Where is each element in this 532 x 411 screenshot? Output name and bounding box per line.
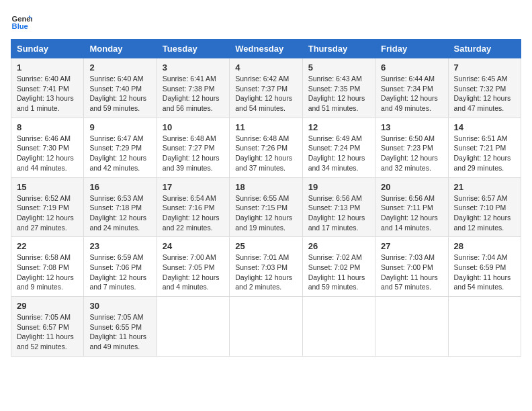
calendar-cell: 7Sunrise: 6:45 AMSunset: 7:32 PMDaylight…: [448, 58, 521, 118]
day-info: Sunrise: 6:40 AMSunset: 7:40 PMDaylight:…: [89, 74, 150, 113]
day-number: 4: [235, 62, 296, 73]
calendar-cell: 11Sunrise: 6:48 AMSunset: 7:26 PMDayligh…: [230, 118, 302, 177]
day-number: 5: [308, 62, 369, 73]
day-number: 27: [381, 241, 442, 251]
day-info: Sunrise: 7:03 AMSunset: 7:00 PMDaylight:…: [381, 253, 442, 292]
calendar-cell: 21Sunrise: 6:57 AMSunset: 7:10 PMDayligh…: [448, 177, 521, 237]
weekday-header-row: SundayMondayTuesdayWednesdayThursdayFrid…: [11, 40, 521, 58]
day-info: Sunrise: 6:50 AMSunset: 7:23 PMDaylight:…: [381, 134, 442, 173]
calendar-cell: 26Sunrise: 7:02 AMSunset: 7:02 PMDayligh…: [302, 237, 375, 297]
day-number: 8: [17, 122, 78, 132]
day-info: Sunrise: 6:48 AMSunset: 7:26 PMDaylight:…: [235, 134, 296, 173]
calendar-cell: 1Sunrise: 6:40 AMSunset: 7:41 PMDaylight…: [11, 58, 84, 118]
day-number: 24: [163, 241, 224, 251]
calendar-week-row: 29Sunrise: 7:05 AMSunset: 6:57 PMDayligh…: [11, 297, 521, 357]
weekday-header-friday: Friday: [375, 40, 448, 58]
logo-icon: General Blue: [11, 11, 32, 32]
day-info: Sunrise: 6:44 AMSunset: 7:34 PMDaylight:…: [381, 74, 442, 113]
day-info: Sunrise: 6:41 AMSunset: 7:38 PMDaylight:…: [163, 74, 224, 113]
calendar-cell: 16Sunrise: 6:53 AMSunset: 7:18 PMDayligh…: [84, 177, 157, 237]
day-info: Sunrise: 6:51 AMSunset: 7:21 PMDaylight:…: [454, 134, 515, 173]
day-number: 2: [89, 62, 150, 73]
calendar-cell: 23Sunrise: 6:59 AMSunset: 7:06 PMDayligh…: [84, 237, 157, 297]
day-number: 12: [308, 122, 369, 132]
day-number: 7: [454, 62, 515, 73]
calendar-cell: 27Sunrise: 7:03 AMSunset: 7:00 PMDayligh…: [375, 237, 448, 297]
day-number: 18: [235, 182, 296, 192]
calendar-cell: [448, 297, 521, 357]
day-number: 25: [235, 241, 296, 251]
calendar-header: SundayMondayTuesdayWednesdayThursdayFrid…: [11, 40, 521, 58]
calendar-cell: 5Sunrise: 6:43 AMSunset: 7:35 PMDaylight…: [302, 58, 375, 118]
calendar-cell: 14Sunrise: 6:51 AMSunset: 7:21 PMDayligh…: [448, 118, 521, 177]
day-number: 19: [308, 182, 369, 192]
calendar-cell: [230, 297, 302, 357]
calendar-cell: 17Sunrise: 6:54 AMSunset: 7:16 PMDayligh…: [157, 177, 229, 237]
calendar-week-row: 1Sunrise: 6:40 AMSunset: 7:41 PMDaylight…: [11, 58, 521, 118]
calendar-cell: 10Sunrise: 6:48 AMSunset: 7:27 PMDayligh…: [157, 118, 229, 177]
day-info: Sunrise: 6:43 AMSunset: 7:35 PMDaylight:…: [308, 74, 369, 113]
calendar-cell: 29Sunrise: 7:05 AMSunset: 6:57 PMDayligh…: [11, 297, 84, 357]
day-info: Sunrise: 6:52 AMSunset: 7:19 PMDaylight:…: [17, 193, 78, 233]
calendar-week-row: 22Sunrise: 6:58 AMSunset: 7:08 PMDayligh…: [11, 237, 521, 297]
day-number: 29: [17, 301, 78, 311]
day-info: Sunrise: 7:01 AMSunset: 7:03 PMDaylight:…: [235, 253, 296, 292]
calendar-cell: 8Sunrise: 6:46 AMSunset: 7:30 PMDaylight…: [11, 118, 84, 177]
day-number: 9: [89, 122, 150, 132]
weekday-header-monday: Monday: [84, 40, 157, 58]
day-number: 10: [163, 122, 224, 132]
weekday-header-tuesday: Tuesday: [157, 40, 229, 58]
calendar-cell: [375, 297, 448, 357]
day-info: Sunrise: 7:04 AMSunset: 6:59 PMDaylight:…: [454, 253, 515, 292]
day-info: Sunrise: 7:00 AMSunset: 7:05 PMDaylight:…: [163, 253, 224, 292]
weekday-header-saturday: Saturday: [448, 40, 521, 58]
weekday-header-wednesday: Wednesday: [230, 40, 302, 58]
weekday-header-thursday: Thursday: [302, 40, 375, 58]
day-info: Sunrise: 6:40 AMSunset: 7:41 PMDaylight:…: [17, 74, 78, 113]
calendar-week-row: 8Sunrise: 6:46 AMSunset: 7:30 PMDaylight…: [11, 118, 521, 177]
day-info: Sunrise: 6:58 AMSunset: 7:08 PMDaylight:…: [17, 253, 78, 292]
day-number: 14: [454, 122, 515, 132]
day-number: 15: [17, 182, 78, 192]
day-info: Sunrise: 6:48 AMSunset: 7:27 PMDaylight:…: [163, 134, 224, 173]
day-number: 21: [454, 182, 515, 192]
calendar-cell: 20Sunrise: 6:56 AMSunset: 7:11 PMDayligh…: [375, 177, 448, 237]
day-info: Sunrise: 7:05 AMSunset: 6:57 PMDaylight:…: [17, 312, 78, 352]
calendar-cell: 30Sunrise: 7:05 AMSunset: 6:55 PMDayligh…: [84, 297, 157, 357]
day-number: 1: [17, 62, 78, 73]
day-number: 30: [89, 301, 150, 311]
calendar-cell: 6Sunrise: 6:44 AMSunset: 7:34 PMDaylight…: [375, 58, 448, 118]
day-number: 16: [89, 182, 150, 192]
calendar-cell: 13Sunrise: 6:50 AMSunset: 7:23 PMDayligh…: [375, 118, 448, 177]
day-info: Sunrise: 6:46 AMSunset: 7:30 PMDaylight:…: [17, 134, 78, 173]
calendar-week-row: 15Sunrise: 6:52 AMSunset: 7:19 PMDayligh…: [11, 177, 521, 237]
day-info: Sunrise: 6:53 AMSunset: 7:18 PMDaylight:…: [89, 193, 150, 233]
page-header: General Blue: [11, 11, 521, 32]
day-info: Sunrise: 7:05 AMSunset: 6:55 PMDaylight:…: [89, 312, 150, 352]
weekday-header-sunday: Sunday: [11, 40, 84, 58]
logo: General Blue: [11, 11, 32, 32]
day-number: 6: [381, 62, 442, 73]
day-number: 3: [163, 62, 224, 73]
day-info: Sunrise: 6:56 AMSunset: 7:13 PMDaylight:…: [308, 193, 369, 233]
calendar-cell: 9Sunrise: 6:47 AMSunset: 7:29 PMDaylight…: [84, 118, 157, 177]
day-info: Sunrise: 6:55 AMSunset: 7:15 PMDaylight:…: [235, 193, 296, 233]
day-number: 17: [163, 182, 224, 192]
calendar-body: 1Sunrise: 6:40 AMSunset: 7:41 PMDaylight…: [11, 58, 521, 357]
day-info: Sunrise: 6:56 AMSunset: 7:11 PMDaylight:…: [381, 193, 442, 233]
day-number: 23: [89, 241, 150, 251]
day-number: 22: [17, 241, 78, 251]
calendar-cell: 25Sunrise: 7:01 AMSunset: 7:03 PMDayligh…: [230, 237, 302, 297]
calendar-cell: 12Sunrise: 6:49 AMSunset: 7:24 PMDayligh…: [302, 118, 375, 177]
calendar-cell: 19Sunrise: 6:56 AMSunset: 7:13 PMDayligh…: [302, 177, 375, 237]
day-info: Sunrise: 7:02 AMSunset: 7:02 PMDaylight:…: [308, 253, 369, 292]
calendar-cell: 18Sunrise: 6:55 AMSunset: 7:15 PMDayligh…: [230, 177, 302, 237]
day-info: Sunrise: 6:45 AMSunset: 7:32 PMDaylight:…: [454, 74, 515, 113]
calendar-table: SundayMondayTuesdayWednesdayThursdayFrid…: [11, 39, 521, 357]
day-info: Sunrise: 6:49 AMSunset: 7:24 PMDaylight:…: [308, 134, 369, 173]
calendar-cell: 15Sunrise: 6:52 AMSunset: 7:19 PMDayligh…: [11, 177, 84, 237]
calendar-cell: 2Sunrise: 6:40 AMSunset: 7:40 PMDaylight…: [84, 58, 157, 118]
day-info: Sunrise: 6:54 AMSunset: 7:16 PMDaylight:…: [163, 193, 224, 233]
calendar-cell: 3Sunrise: 6:41 AMSunset: 7:38 PMDaylight…: [157, 58, 229, 118]
day-number: 13: [381, 122, 442, 132]
